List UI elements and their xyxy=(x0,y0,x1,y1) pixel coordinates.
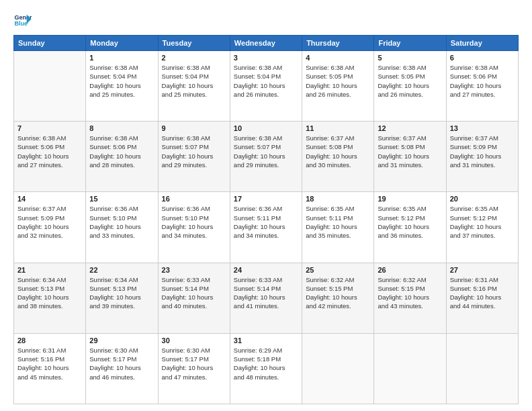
calendar-cell: 13Sunrise: 6:37 AMSunset: 5:09 PMDayligh… xyxy=(446,122,518,192)
day-info: Sunrise: 6:38 AMSunset: 5:05 PMDaylight:… xyxy=(306,63,370,99)
calendar-cell: 26Sunrise: 6:32 AMSunset: 5:15 PMDayligh… xyxy=(374,263,446,333)
svg-text:Blue: Blue xyxy=(14,20,28,27)
header-monday: Monday xyxy=(86,36,158,51)
calendar-cell: 8Sunrise: 6:38 AMSunset: 5:06 PMDaylight… xyxy=(86,122,158,192)
calendar-cell: 11Sunrise: 6:37 AMSunset: 5:08 PMDayligh… xyxy=(302,122,374,192)
calendar-cell: 12Sunrise: 6:37 AMSunset: 5:08 PMDayligh… xyxy=(374,122,446,192)
day-number: 26 xyxy=(378,266,442,274)
day-info: Sunrise: 6:33 AMSunset: 5:14 PMDaylight:… xyxy=(234,275,298,311)
calendar-cell: 15Sunrise: 6:36 AMSunset: 5:10 PMDayligh… xyxy=(86,192,158,263)
calendar-cell: 2Sunrise: 6:38 AMSunset: 5:04 PMDaylight… xyxy=(158,51,230,122)
day-info: Sunrise: 6:38 AMSunset: 5:06 PMDaylight:… xyxy=(17,134,82,169)
calendar-cell: 4Sunrise: 6:38 AMSunset: 5:05 PMDaylight… xyxy=(302,51,374,122)
day-number: 20 xyxy=(450,195,515,203)
calendar-cell: 31Sunrise: 6:29 AMSunset: 5:18 PMDayligh… xyxy=(230,333,302,404)
day-number: 31 xyxy=(234,336,298,345)
day-number: 23 xyxy=(162,266,226,274)
calendar-cell xyxy=(374,333,446,404)
calendar-cell: 23Sunrise: 6:33 AMSunset: 5:14 PMDayligh… xyxy=(158,263,230,333)
week-row-4: 21Sunrise: 6:34 AMSunset: 5:13 PMDayligh… xyxy=(14,263,519,333)
calendar-cell: 22Sunrise: 6:34 AMSunset: 5:13 PMDayligh… xyxy=(86,263,158,333)
day-info: Sunrise: 6:29 AMSunset: 5:18 PMDaylight:… xyxy=(234,346,298,381)
day-number: 21 xyxy=(17,266,82,274)
day-number: 18 xyxy=(306,195,370,203)
day-info: Sunrise: 6:37 AMSunset: 5:08 PMDaylight:… xyxy=(306,134,370,169)
calendar-cell: 9Sunrise: 6:38 AMSunset: 5:07 PMDaylight… xyxy=(158,122,230,192)
day-info: Sunrise: 6:34 AMSunset: 5:13 PMDaylight:… xyxy=(89,275,154,311)
calendar-page: General Blue SundayMondayTuesdayWednesda… xyxy=(0,0,532,411)
day-info: Sunrise: 6:38 AMSunset: 5:04 PMDaylight:… xyxy=(89,63,154,99)
day-info: Sunrise: 6:38 AMSunset: 5:05 PMDaylight:… xyxy=(378,63,442,99)
day-number: 9 xyxy=(162,124,226,132)
day-number: 8 xyxy=(89,124,154,132)
day-number: 7 xyxy=(17,124,82,132)
calendar-cell: 20Sunrise: 6:35 AMSunset: 5:12 PMDayligh… xyxy=(446,192,518,263)
calendar-cell xyxy=(302,333,374,404)
day-info: Sunrise: 6:38 AMSunset: 5:04 PMDaylight:… xyxy=(162,63,226,99)
calendar-cell: 5Sunrise: 6:38 AMSunset: 5:05 PMDaylight… xyxy=(374,51,446,122)
week-row-2: 7Sunrise: 6:38 AMSunset: 5:06 PMDaylight… xyxy=(14,122,519,192)
day-info: Sunrise: 6:35 AMSunset: 5:12 PMDaylight:… xyxy=(450,204,515,240)
logo-icon: General Blue xyxy=(13,11,32,30)
header-tuesday: Tuesday xyxy=(158,36,230,51)
day-info: Sunrise: 6:36 AMSunset: 5:10 PMDaylight:… xyxy=(162,204,226,240)
day-info: Sunrise: 6:38 AMSunset: 5:07 PMDaylight:… xyxy=(234,134,298,169)
day-number: 12 xyxy=(378,124,442,132)
week-row-5: 28Sunrise: 6:31 AMSunset: 5:16 PMDayligh… xyxy=(14,333,519,404)
header-row: SundayMondayTuesdayWednesdayThursdayFrid… xyxy=(14,36,519,51)
day-number: 10 xyxy=(234,124,298,132)
day-info: Sunrise: 6:35 AMSunset: 5:12 PMDaylight:… xyxy=(378,204,442,240)
day-info: Sunrise: 6:30 AMSunset: 5:17 PMDaylight:… xyxy=(89,346,154,381)
day-number: 6 xyxy=(450,54,515,62)
calendar-cell: 21Sunrise: 6:34 AMSunset: 5:13 PMDayligh… xyxy=(14,263,86,333)
day-number: 13 xyxy=(450,124,515,132)
day-info: Sunrise: 6:32 AMSunset: 5:15 PMDaylight:… xyxy=(306,275,370,311)
header-wednesday: Wednesday xyxy=(230,36,302,51)
day-info: Sunrise: 6:36 AMSunset: 5:10 PMDaylight:… xyxy=(89,204,154,240)
day-number: 1 xyxy=(89,54,154,62)
calendar-cell: 3Sunrise: 6:38 AMSunset: 5:04 PMDaylight… xyxy=(230,51,302,122)
calendar-cell: 25Sunrise: 6:32 AMSunset: 5:15 PMDayligh… xyxy=(302,263,374,333)
calendar-cell: 19Sunrise: 6:35 AMSunset: 5:12 PMDayligh… xyxy=(374,192,446,263)
calendar-cell: 1Sunrise: 6:38 AMSunset: 5:04 PMDaylight… xyxy=(86,51,158,122)
day-info: Sunrise: 6:33 AMSunset: 5:14 PMDaylight:… xyxy=(162,275,226,311)
day-number: 24 xyxy=(234,266,298,274)
header-sunday: Sunday xyxy=(14,36,86,51)
day-number: 17 xyxy=(234,195,298,203)
header-thursday: Thursday xyxy=(302,36,374,51)
logo: General Blue xyxy=(13,11,32,30)
calendar-cell: 30Sunrise: 6:30 AMSunset: 5:17 PMDayligh… xyxy=(158,333,230,404)
day-number: 4 xyxy=(306,54,370,62)
calendar-cell: 14Sunrise: 6:37 AMSunset: 5:09 PMDayligh… xyxy=(14,192,86,263)
day-number: 15 xyxy=(89,195,154,203)
calendar-cell: 24Sunrise: 6:33 AMSunset: 5:14 PMDayligh… xyxy=(230,263,302,333)
calendar-cell xyxy=(446,333,518,404)
header-saturday: Saturday xyxy=(446,36,518,51)
calendar-cell: 27Sunrise: 6:31 AMSunset: 5:16 PMDayligh… xyxy=(446,263,518,333)
day-number: 3 xyxy=(234,54,298,62)
day-number: 19 xyxy=(378,195,442,203)
header-friday: Friday xyxy=(374,36,446,51)
day-info: Sunrise: 6:31 AMSunset: 5:16 PMDaylight:… xyxy=(450,275,515,311)
day-number: 25 xyxy=(306,266,370,274)
day-info: Sunrise: 6:35 AMSunset: 5:11 PMDaylight:… xyxy=(306,204,370,240)
day-number: 11 xyxy=(306,124,370,132)
day-info: Sunrise: 6:31 AMSunset: 5:16 PMDaylight:… xyxy=(17,346,82,381)
calendar-cell: 29Sunrise: 6:30 AMSunset: 5:17 PMDayligh… xyxy=(86,333,158,404)
day-info: Sunrise: 6:37 AMSunset: 5:09 PMDaylight:… xyxy=(450,134,515,169)
day-number: 22 xyxy=(89,266,154,274)
day-info: Sunrise: 6:36 AMSunset: 5:11 PMDaylight:… xyxy=(234,204,298,240)
day-info: Sunrise: 6:34 AMSunset: 5:13 PMDaylight:… xyxy=(17,275,82,311)
day-number: 27 xyxy=(450,266,515,274)
calendar-cell: 16Sunrise: 6:36 AMSunset: 5:10 PMDayligh… xyxy=(158,192,230,263)
day-info: Sunrise: 6:38 AMSunset: 5:06 PMDaylight:… xyxy=(450,63,515,99)
day-number: 2 xyxy=(162,54,226,62)
calendar-cell: 18Sunrise: 6:35 AMSunset: 5:11 PMDayligh… xyxy=(302,192,374,263)
day-info: Sunrise: 6:30 AMSunset: 5:17 PMDaylight:… xyxy=(162,346,226,381)
day-info: Sunrise: 6:38 AMSunset: 5:06 PMDaylight:… xyxy=(89,134,154,169)
calendar-table: SundayMondayTuesdayWednesdayThursdayFrid… xyxy=(13,35,519,404)
calendar-cell: 6Sunrise: 6:38 AMSunset: 5:06 PMDaylight… xyxy=(446,51,518,122)
day-number: 29 xyxy=(89,336,154,345)
calendar-cell: 17Sunrise: 6:36 AMSunset: 5:11 PMDayligh… xyxy=(230,192,302,263)
day-number: 14 xyxy=(17,195,82,203)
